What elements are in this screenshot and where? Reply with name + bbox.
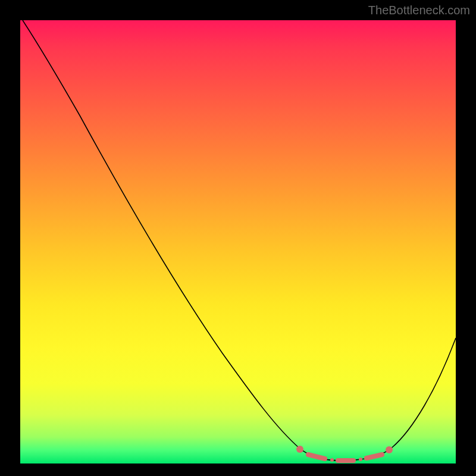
marker-dot (386, 446, 393, 453)
marker-dot (359, 458, 362, 461)
marker-dot (330, 458, 334, 462)
attribution-text: TheBottleneck.com (368, 4, 470, 17)
chart-svg (20, 20, 456, 464)
marker-dash (367, 455, 382, 458)
marker-dash (308, 455, 325, 459)
chart-plot-area (20, 20, 456, 464)
marker-dot (296, 446, 303, 453)
bottleneck-curve (23, 20, 456, 461)
